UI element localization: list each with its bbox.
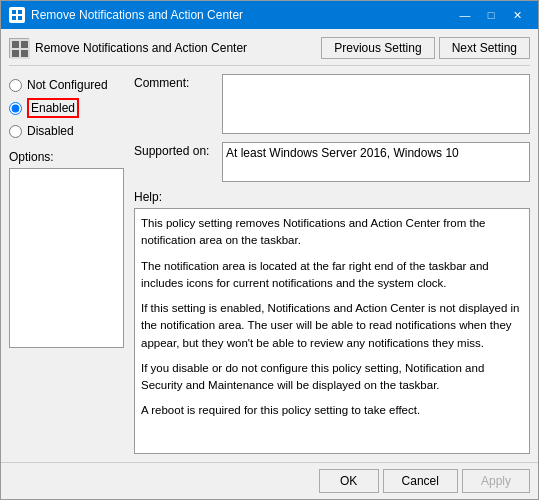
svg-rect-3 xyxy=(18,16,22,20)
supported-label: Supported on: xyxy=(134,142,214,158)
title-bar: Remove Notifications and Action Center —… xyxy=(1,1,538,29)
header-title: Remove Notifications and Action Center xyxy=(9,38,247,58)
not-configured-radio[interactable] xyxy=(9,79,22,92)
supported-row: Supported on: At least Windows Server 20… xyxy=(134,142,530,182)
svg-rect-7 xyxy=(12,50,19,57)
svg-rect-6 xyxy=(21,41,28,48)
enabled-radio[interactable] xyxy=(9,102,22,115)
options-box xyxy=(9,168,124,348)
disabled-option[interactable]: Disabled xyxy=(9,124,124,138)
footer: OK Cancel Apply xyxy=(1,462,538,499)
title-controls: — □ ✕ xyxy=(452,5,530,25)
enabled-label: Enabled xyxy=(27,98,79,118)
maximize-button[interactable]: □ xyxy=(478,5,504,25)
comment-label: Comment: xyxy=(134,74,214,90)
right-panel: Comment: Supported on: At least Windows … xyxy=(124,74,530,454)
close-button[interactable]: ✕ xyxy=(504,5,530,25)
ok-button[interactable]: OK xyxy=(319,469,379,493)
minimize-button[interactable]: — xyxy=(452,5,478,25)
left-panel: Not Configured Enabled Disabled Options: xyxy=(9,74,124,454)
help-para-2: The notification area is located at the … xyxy=(141,258,523,293)
header-row: Remove Notifications and Action Center P… xyxy=(9,37,530,66)
help-section: Help: This policy setting removes Notifi… xyxy=(134,190,530,454)
help-para-3: If this setting is enabled, Notification… xyxy=(141,300,523,352)
apply-button[interactable]: Apply xyxy=(462,469,530,493)
header-icon xyxy=(9,38,29,58)
svg-rect-0 xyxy=(12,10,16,14)
svg-rect-1 xyxy=(18,10,22,14)
window-icon xyxy=(9,7,25,23)
main-window: Remove Notifications and Action Center —… xyxy=(0,0,539,500)
window-title: Remove Notifications and Action Center xyxy=(31,8,243,22)
comment-input[interactable] xyxy=(222,74,530,134)
next-setting-button[interactable]: Next Setting xyxy=(439,37,530,59)
disabled-label: Disabled xyxy=(27,124,74,138)
help-title: Help: xyxy=(134,190,530,204)
svg-rect-2 xyxy=(12,16,16,20)
help-box: This policy setting removes Notification… xyxy=(134,208,530,454)
content-area: Remove Notifications and Action Center P… xyxy=(1,29,538,462)
svg-rect-5 xyxy=(12,41,19,48)
help-para-5: A reboot is required for this policy set… xyxy=(141,402,523,419)
header-buttons: Previous Setting Next Setting xyxy=(321,37,530,59)
radio-group: Not Configured Enabled Disabled xyxy=(9,74,124,142)
svg-rect-8 xyxy=(21,50,28,57)
comment-row: Comment: xyxy=(134,74,530,134)
options-title: Options: xyxy=(9,150,124,164)
previous-setting-button[interactable]: Previous Setting xyxy=(321,37,434,59)
main-body: Not Configured Enabled Disabled Options: xyxy=(9,74,530,454)
header-title-text: Remove Notifications and Action Center xyxy=(35,41,247,55)
not-configured-label: Not Configured xyxy=(27,78,108,92)
help-para-1: This policy setting removes Notification… xyxy=(141,215,523,250)
supported-value: At least Windows Server 2016, Windows 10 xyxy=(222,142,530,182)
cancel-button[interactable]: Cancel xyxy=(383,469,458,493)
options-section: Options: xyxy=(9,150,124,454)
help-para-4: If you disable or do not configure this … xyxy=(141,360,523,395)
enabled-option[interactable]: Enabled xyxy=(9,98,124,118)
disabled-radio[interactable] xyxy=(9,125,22,138)
not-configured-option[interactable]: Not Configured xyxy=(9,78,124,92)
title-bar-left: Remove Notifications and Action Center xyxy=(9,7,243,23)
